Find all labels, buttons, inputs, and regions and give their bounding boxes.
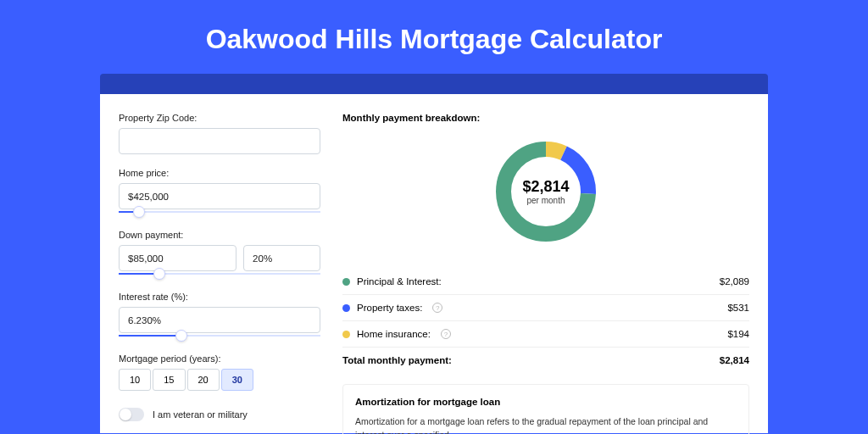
- rate-slider[interactable]: [119, 331, 320, 340]
- legend-dot: [342, 278, 350, 286]
- down-slider[interactable]: [119, 270, 320, 278]
- legend-label: Property taxes:: [357, 303, 422, 313]
- legend-value: $194: [727, 329, 749, 339]
- legend-dot: [342, 304, 350, 312]
- legend-value: $531: [727, 303, 749, 313]
- legend-row: Property taxes:?$531: [342, 295, 749, 321]
- legend-label: Home insurance:: [357, 329, 431, 339]
- down-amount-input[interactable]: [119, 245, 236, 271]
- period-buttons: 10152030: [119, 369, 320, 391]
- amortization-card: Amortization for mortgage loan Amortizat…: [342, 384, 749, 434]
- period-button-15[interactable]: 15: [153, 369, 185, 391]
- breakdown-title: Monthly payment breakdown:: [342, 113, 749, 123]
- zip-input[interactable]: [119, 128, 320, 154]
- donut-center-sub: per month: [526, 196, 565, 205]
- calculator-card: Property Zip Code: Home price: Down paym…: [100, 94, 768, 433]
- amortization-title: Amortization for mortgage loan: [355, 397, 737, 407]
- inputs-panel: Property Zip Code: Home price: Down paym…: [119, 113, 320, 433]
- period-label: Mortgage period (years):: [119, 353, 320, 364]
- price-input[interactable]: [119, 183, 320, 209]
- down-percent-input[interactable]: [243, 245, 320, 271]
- zip-label: Property Zip Code:: [119, 113, 320, 123]
- period-button-20[interactable]: 20: [187, 369, 220, 391]
- amortization-body: Amortization for a mortgage loan refers …: [355, 415, 737, 434]
- veteran-toggle-knob: [120, 409, 131, 420]
- down-slider-thumb[interactable]: [153, 268, 165, 280]
- legend-row: Principal & Interest:$2,089: [342, 269, 749, 295]
- breakdown-panel: Monthly payment breakdown: $2,814 per mo…: [342, 113, 749, 433]
- legend-label: Principal & Interest:: [357, 276, 442, 287]
- price-slider[interactable]: [119, 208, 320, 216]
- legend-dot: [342, 331, 350, 338]
- total-value: $2,814: [720, 355, 749, 365]
- period-button-10[interactable]: 10: [119, 369, 151, 391]
- price-label: Home price:: [119, 168, 320, 178]
- info-icon[interactable]: ?: [432, 303, 442, 313]
- breakdown-legend: Principal & Interest:$2,089Property taxe…: [342, 269, 749, 347]
- payment-donut-chart: $2,814 per month: [491, 136, 601, 247]
- total-label: Total monthly payment:: [342, 355, 452, 365]
- card-header-strip: [100, 74, 768, 94]
- page-title: Oakwood Hills Mortgage Calculator: [0, 0, 868, 74]
- donut-center-amount: $2,814: [522, 178, 569, 196]
- period-button-30[interactable]: 30: [221, 369, 253, 391]
- rate-label: Interest rate (%):: [119, 292, 320, 302]
- legend-row: Home insurance:?$194: [342, 321, 749, 347]
- legend-value: $2,089: [720, 276, 749, 287]
- veteran-toggle[interactable]: [119, 408, 144, 421]
- info-icon[interactable]: ?: [441, 329, 451, 339]
- down-label: Down payment:: [119, 230, 320, 240]
- price-slider-thumb[interactable]: [133, 206, 145, 218]
- rate-slider-thumb[interactable]: [175, 330, 187, 342]
- rate-input[interactable]: [119, 307, 320, 333]
- veteran-label: I am veteran or military: [153, 409, 248, 420]
